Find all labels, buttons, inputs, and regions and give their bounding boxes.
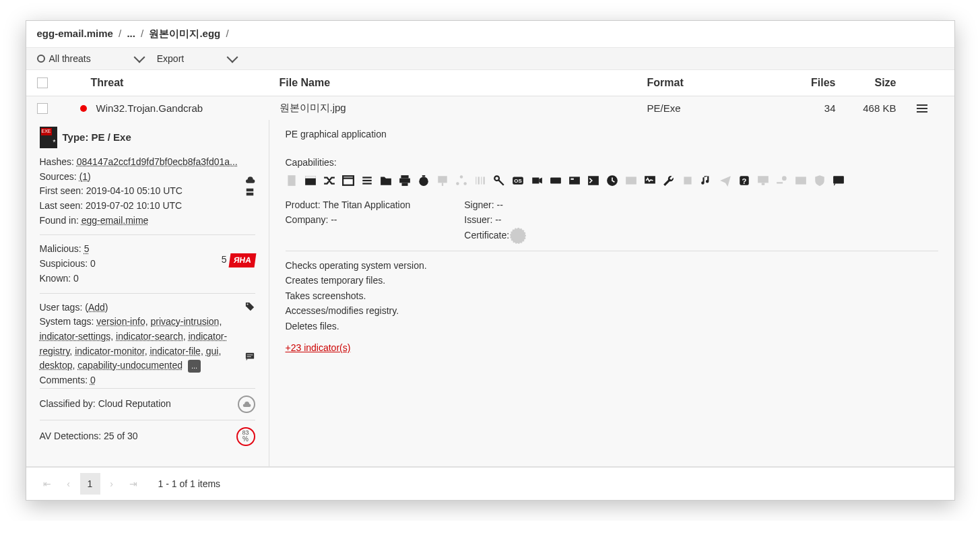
- col-size[interactable]: Size: [836, 77, 917, 89]
- breadcrumb: egg-email.mime / ... / 원본이미지.egg /: [26, 21, 954, 48]
- tag-icon[interactable]: [244, 302, 255, 311]
- file-type-label: Type: PE / Exe: [63, 129, 131, 145]
- svg-rect-43: [758, 176, 769, 183]
- system-tag-link[interactable]: indicator-settings: [40, 331, 111, 342]
- svg-rect-48: [833, 176, 844, 183]
- table-header: Threat File Name Format Files Size: [26, 70, 954, 96]
- exe-file-icon: [40, 127, 57, 148]
- svg-rect-9: [343, 176, 354, 185]
- indicator-item: Deletes files.: [286, 319, 938, 334]
- add-user-tag-link[interactable]: Add: [88, 302, 105, 313]
- col-files[interactable]: Files: [782, 77, 836, 89]
- svg-rect-27: [483, 177, 484, 184]
- crumb-sep: /: [226, 28, 228, 39]
- print-icon: [399, 175, 411, 187]
- svg-point-23: [463, 182, 467, 185]
- send-icon: [719, 175, 731, 187]
- col-filename[interactable]: File Name: [280, 77, 647, 89]
- svg-rect-18: [422, 175, 425, 177]
- signer-value: --: [497, 199, 503, 210]
- table-row[interactable]: Win32.Trojan.Gandcrab 원본이미지.jpg PE/Exe 3…: [26, 96, 954, 120]
- svg-rect-46: [777, 182, 783, 183]
- comment-icon[interactable]: [244, 352, 255, 361]
- suspicious-label: Suspicious:: [40, 258, 88, 269]
- av-label: AV Detections:: [40, 431, 102, 441]
- pager-page-1[interactable]: 1: [80, 473, 100, 495]
- row-checkbox[interactable]: [37, 103, 48, 114]
- filename-cell: 원본이미지.jpg: [280, 102, 647, 115]
- desktop-icon: [757, 175, 769, 187]
- select-all-checkbox[interactable]: [37, 77, 48, 88]
- system-tag-link[interactable]: indicator-monitor: [75, 346, 145, 356]
- crumb-1[interactable]: egg-email.mime: [37, 28, 113, 39]
- pager-first[interactable]: ⇤: [37, 473, 57, 495]
- svg-rect-5: [247, 356, 251, 357]
- format-cell: PE/Exe: [647, 102, 782, 114]
- row-menu-icon[interactable]: [917, 104, 944, 113]
- system-tag-link[interactable]: privacy-intrusion: [150, 316, 219, 327]
- capabilities-label: Capabilities:: [286, 155, 938, 170]
- export-dropdown[interactable]: Export: [157, 53, 236, 64]
- music-icon: [700, 175, 713, 187]
- svg-rect-33: [550, 177, 561, 183]
- svg-rect-47: [795, 177, 806, 184]
- col-format[interactable]: Format: [647, 77, 782, 89]
- threat-name: Win32.Trojan.Gandcrab: [96, 102, 203, 114]
- pager-info: 1 - 1 of 1 items: [158, 478, 221, 489]
- svg-rect-12: [362, 180, 372, 181]
- hashes-label: Hashes:: [40, 156, 74, 167]
- system-tag-link[interactable]: desktop: [40, 360, 73, 371]
- clock-icon: [606, 175, 618, 187]
- monitor-icon: [644, 175, 656, 187]
- certificate-icon: [512, 230, 524, 242]
- server-icon: [244, 187, 255, 197]
- sources-link[interactable]: (1): [79, 171, 91, 182]
- details-panel: Type: PE / Exe Hashes: 084147a2ccf1d9fd7…: [26, 120, 954, 467]
- signer-label: Signer:: [464, 199, 494, 210]
- rha-badge[interactable]: ЯHA: [228, 253, 256, 267]
- document-icon: [286, 175, 298, 187]
- barcode-icon: [474, 175, 486, 187]
- help-icon: ?: [738, 175, 750, 187]
- mail-icon: [795, 175, 807, 187]
- key2-icon: [776, 175, 788, 187]
- svg-rect-15: [399, 178, 410, 183]
- svg-rect-16: [401, 183, 407, 186]
- crumb-3[interactable]: 원본이미지: [149, 28, 199, 39]
- pager-prev[interactable]: ‹: [59, 473, 79, 495]
- tags-more-button[interactable]: ...: [188, 360, 201, 373]
- company-label: Company:: [286, 214, 329, 225]
- id-icon: [625, 175, 637, 187]
- more-indicators-link[interactable]: +23 indicator(s): [286, 342, 351, 353]
- system-tag-link[interactable]: indicator-file: [150, 346, 200, 356]
- pager-next[interactable]: ›: [102, 473, 122, 495]
- comments-link[interactable]: 0: [90, 375, 96, 385]
- svg-point-2: [247, 303, 248, 305]
- first-seen-label: First seen:: [40, 185, 84, 196]
- system-tag-link[interactable]: indicator-search: [116, 331, 183, 342]
- pe-subtitle: PE graphical application: [286, 127, 938, 141]
- svg-line-29: [498, 180, 503, 185]
- system-tag-link[interactable]: capability-undocumented: [77, 360, 183, 371]
- chevron-down-icon: [227, 52, 238, 63]
- col-threat[interactable]: Threat: [64, 77, 280, 89]
- all-threats-dropdown[interactable]: All threats: [37, 53, 143, 64]
- found-in-link[interactable]: egg-email.mime: [81, 215, 149, 226]
- product-value: The Titan Application: [323, 199, 410, 210]
- system-tag-link[interactable]: gui: [206, 346, 219, 356]
- sources-label: Sources:: [40, 171, 77, 182]
- hashes-link[interactable]: 084147a2ccf1d9fd7bf0ecb8fa3fd01a...: [77, 156, 238, 167]
- svg-rect-38: [626, 177, 636, 184]
- svg-point-45: [782, 176, 787, 181]
- svg-text:OS: OS: [514, 178, 521, 184]
- registry-icon: [568, 175, 581, 187]
- crumb-2[interactable]: ...: [127, 28, 135, 39]
- pager-last[interactable]: ⇥: [123, 473, 143, 495]
- window-icon: [342, 175, 354, 187]
- system-tag-link[interactable]: version-info: [96, 316, 145, 327]
- known-value: 0: [73, 273, 79, 284]
- known-label: Known:: [40, 273, 71, 284]
- user-tags-label: User tags:: [40, 302, 83, 313]
- svg-rect-25: [478, 177, 479, 184]
- malicious-link[interactable]: 5: [84, 243, 90, 254]
